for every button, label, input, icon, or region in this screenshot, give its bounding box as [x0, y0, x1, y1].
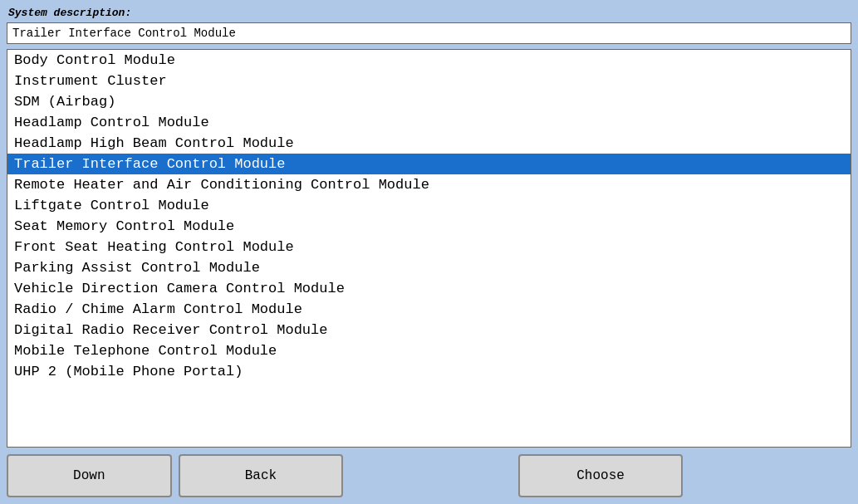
list-item[interactable]: SDM (Airbag): [7, 91, 851, 112]
button-spacer: [350, 454, 512, 497]
list-item[interactable]: Parking Assist Control Module: [7, 257, 851, 278]
list-item[interactable]: UHP 2 (Mobile Phone Portal): [7, 361, 851, 382]
main-container: System description: Trailer Interface Co…: [0, 0, 858, 504]
list-item[interactable]: Body Control Module: [7, 50, 851, 71]
list-item[interactable]: Headlamp Control Module: [7, 112, 851, 133]
list-item[interactable]: Mobile Telephone Control Module: [7, 340, 851, 361]
system-description-label: System description:: [7, 7, 851, 19]
system-description-value: Trailer Interface Control Module: [7, 22, 851, 44]
choose-button[interactable]: Choose: [518, 454, 684, 497]
list-item[interactable]: Digital Radio Receiver Control Module: [7, 320, 851, 340]
module-list: Body Control ModuleInstrument ClusterSDM…: [7, 49, 851, 448]
list-item[interactable]: Instrument Cluster: [7, 71, 851, 91]
list-item[interactable]: Headlamp High Beam Control Module: [7, 133, 851, 154]
back-button[interactable]: Back: [179, 454, 344, 497]
list-item[interactable]: Vehicle Direction Camera Control Module: [7, 278, 851, 299]
list-item[interactable]: Front Seat Heating Control Module: [7, 237, 851, 257]
list-item[interactable]: Seat Memory Control Module: [7, 216, 851, 237]
list-item[interactable]: Radio / Chime Alarm Control Module: [7, 299, 851, 320]
down-button[interactable]: Down: [7, 454, 172, 497]
list-item[interactable]: Liftgate Control Module: [7, 195, 851, 216]
button-bar: Down Back Choose: [7, 454, 851, 497]
list-item[interactable]: Remote Heater and Air Conditioning Contr…: [7, 174, 851, 195]
list-item[interactable]: Trailer Interface Control Module: [7, 154, 851, 174]
button-spacer-2: [689, 454, 851, 497]
